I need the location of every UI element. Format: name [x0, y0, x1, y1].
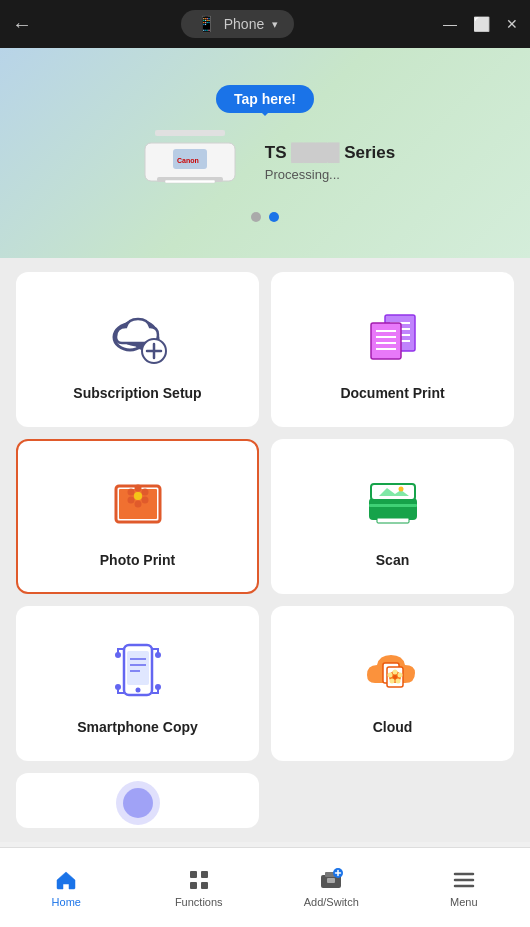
svg-rect-36 — [369, 504, 417, 507]
bottom-nav: Home Functions Add/Switch Menu — [0, 847, 530, 927]
dot-1[interactable] — [251, 212, 261, 222]
svg-point-58 — [123, 788, 153, 818]
photo-print-label: Photo Print — [100, 552, 175, 568]
nav-home[interactable]: Home — [26, 868, 106, 908]
nav-functions[interactable]: Functions — [159, 868, 239, 908]
svg-point-29 — [127, 496, 134, 503]
nav-menu-label: Menu — [450, 896, 478, 908]
svg-point-27 — [141, 496, 148, 503]
add-switch-icon — [319, 868, 343, 892]
cloud-card[interactable]: Cloud — [271, 606, 514, 761]
svg-point-52 — [397, 672, 402, 677]
dot-2[interactable] — [269, 212, 279, 222]
svg-point-51 — [392, 669, 397, 674]
home-icon — [54, 868, 78, 892]
card-grid: Subscription Setup — [16, 272, 514, 761]
photo-print-card[interactable]: Photo Print — [16, 439, 259, 594]
document-print-card[interactable]: Document Print — [271, 272, 514, 427]
svg-point-31 — [134, 492, 142, 500]
scan-card[interactable]: Scan — [271, 439, 514, 594]
svg-rect-65 — [327, 878, 335, 883]
printer-status: Processing... — [265, 167, 395, 182]
svg-rect-17 — [371, 323, 401, 359]
cloud-label: Cloud — [373, 719, 413, 735]
window-controls: — ⬜ ✕ — [443, 16, 518, 32]
svg-rect-61 — [190, 882, 197, 889]
svg-point-55 — [387, 672, 392, 677]
svg-rect-4 — [165, 180, 215, 183]
scan-label: Scan — [376, 552, 409, 568]
smartphone-copy-icon — [102, 635, 174, 707]
subscription-setup-label: Subscription Setup — [73, 385, 201, 401]
subscription-setup-icon — [102, 301, 174, 373]
svg-rect-37 — [377, 518, 409, 523]
hero-section: Tap here! Canon TS ████ Series Processin… — [0, 48, 530, 258]
svg-point-54 — [389, 678, 394, 683]
close-button[interactable]: ✕ — [506, 16, 518, 32]
svg-rect-33 — [371, 484, 415, 500]
page-dots — [251, 212, 279, 222]
document-print-icon — [357, 301, 429, 373]
svg-text:Canon: Canon — [177, 157, 199, 164]
printer-name: TS ████ Series — [265, 143, 395, 163]
smartphone-copy-card[interactable]: Smartphone Copy — [16, 606, 259, 761]
svg-point-30 — [127, 488, 134, 495]
restore-button[interactable]: ⬜ — [473, 16, 490, 32]
cloud-icon — [357, 635, 429, 707]
back-button[interactable]: ← — [12, 13, 32, 36]
nav-functions-label: Functions — [175, 896, 223, 908]
svg-point-26 — [141, 488, 148, 495]
title-bar: ← 📱 Phone ▾ — ⬜ ✕ — [0, 0, 530, 48]
functions-icon — [187, 868, 211, 892]
chevron-down-icon: ▾ — [272, 18, 278, 31]
printer-info: TS ████ Series Processing... — [265, 143, 395, 182]
minimize-button[interactable]: — — [443, 16, 457, 32]
smartphone-copy-label: Smartphone Copy — [77, 719, 198, 735]
nav-add-switch[interactable]: Add/Switch — [291, 868, 371, 908]
tap-here-bubble[interactable]: Tap here! — [216, 85, 314, 113]
svg-rect-62 — [201, 882, 208, 889]
svg-point-35 — [398, 486, 403, 491]
svg-point-28 — [134, 500, 141, 507]
svg-point-56 — [393, 675, 397, 679]
nav-menu[interactable]: Menu — [424, 868, 504, 908]
photo-print-icon — [102, 468, 174, 540]
printer-image: Canon — [135, 125, 245, 200]
scan-icon — [357, 468, 429, 540]
svg-rect-59 — [190, 871, 197, 878]
svg-rect-32 — [369, 498, 417, 520]
svg-point-25 — [134, 484, 141, 491]
document-print-label: Document Print — [340, 385, 444, 401]
svg-rect-60 — [201, 871, 208, 878]
device-label: Phone — [224, 16, 264, 32]
nav-add-switch-label: Add/Switch — [304, 896, 359, 908]
nav-home-label: Home — [52, 896, 81, 908]
card-grid-section: Subscription Setup — [0, 258, 530, 842]
svg-rect-0 — [155, 130, 225, 136]
svg-rect-39 — [127, 651, 149, 685]
device-selector[interactable]: 📱 Phone ▾ — [181, 10, 294, 38]
subscription-setup-card[interactable]: Subscription Setup — [16, 272, 259, 427]
partial-card[interactable] — [16, 773, 259, 828]
svg-point-53 — [395, 678, 400, 683]
svg-point-40 — [135, 687, 140, 692]
menu-icon — [452, 868, 476, 892]
